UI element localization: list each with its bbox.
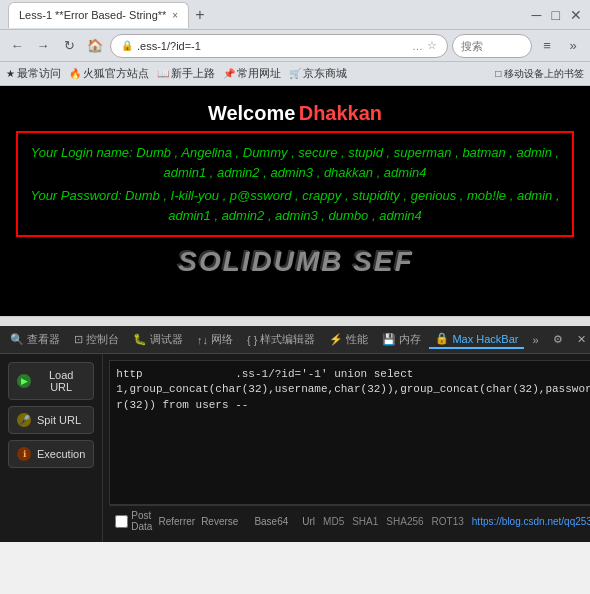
memory-label: 内存: [399, 332, 421, 347]
pin-icon: 📌: [223, 68, 235, 79]
reverse-label: Reverse: [201, 516, 238, 527]
devtools-network[interactable]: ↑↓ 网络: [191, 330, 239, 349]
url-label: Url: [302, 516, 315, 527]
close-button[interactable]: ✕: [570, 7, 582, 23]
bookmark-newbie[interactable]: 📖 新手上路: [157, 66, 215, 81]
load-url-label: Load URL: [37, 369, 85, 393]
network-label: 网络: [211, 332, 233, 347]
browser-content: Welcome Dhakkan Your Login name: Dumb , …: [0, 86, 590, 316]
post-data-input[interactable]: [115, 515, 128, 528]
sha1-label: SHA1: [352, 516, 378, 527]
rot13-label: ROT13: [432, 516, 464, 527]
refresh-button[interactable]: ↻: [58, 35, 80, 57]
welcome-name: Dhakkan: [299, 102, 382, 124]
spit-url-label: Spit URL: [37, 414, 81, 426]
load-url-icon: ▶: [17, 374, 31, 388]
devtools-bar: 🔍 查看器 ⊡ 控制台 🐛 调试器 ↑↓ 网络 { } 样式编辑器 ⚡ 性能 💾…: [0, 326, 590, 354]
active-tab[interactable]: Less-1 **Error Based- String** ×: [8, 2, 189, 28]
footer-left: Post Data Referrer Reverse Base64 Url: [115, 510, 315, 532]
devtools-more[interactable]: »: [526, 332, 544, 348]
hackbar-label: Max HackBar: [452, 333, 518, 345]
execution-icon: ℹ: [17, 447, 31, 461]
perf-icon: ⚡: [329, 333, 343, 346]
footer-options: MD5 SHA1 SHA256 ROT13: [323, 516, 464, 527]
sql-input[interactable]: [109, 360, 590, 505]
devtools-inspector[interactable]: 🔍 查看器: [4, 330, 66, 349]
referrer-label: Referrer: [158, 516, 195, 527]
devtools-style-editor[interactable]: { } 样式编辑器: [241, 330, 321, 349]
title-bar: Less-1 **Error Based- String** × + ─ □ ✕: [0, 0, 590, 30]
devtools-console[interactable]: ⊡ 控制台: [68, 330, 125, 349]
spit-url-button[interactable]: 🎤 Spit URL: [8, 406, 94, 434]
bookmark-label: 京东商城: [303, 66, 347, 81]
bookmark-label: 火狐官方站点: [83, 66, 149, 81]
style-icon: { }: [247, 334, 257, 346]
page-content: Welcome Dhakkan Your Login name: Dumb , …: [0, 86, 590, 293]
bookmark-star-icon[interactable]: ☆: [427, 39, 437, 52]
memory-icon: 💾: [382, 333, 396, 346]
search-input[interactable]: [452, 34, 532, 58]
bookmark-jd[interactable]: 🛒 京东商城: [289, 66, 347, 81]
minimize-button[interactable]: ─: [532, 7, 542, 23]
maximize-button[interactable]: □: [552, 7, 560, 23]
inspector-icon: 🔍: [10, 333, 24, 346]
style-label: 样式编辑器: [260, 332, 315, 347]
tab-close-button[interactable]: ×: [172, 10, 178, 21]
browser-toolbar: ← → ↻ 🏠 🔒 .ess-1/?id=-1 … ☆ ≡ »: [0, 30, 590, 62]
address-bar[interactable]: 🔒 .ess-1/?id=-1 … ☆: [110, 34, 448, 58]
execution-button[interactable]: ℹ Execution: [8, 440, 94, 468]
load-url-button[interactable]: ▶ Load URL: [8, 362, 94, 400]
more-button[interactable]: »: [562, 35, 584, 57]
devtools-performance[interactable]: ⚡ 性能: [323, 330, 374, 349]
cart-icon: 🛒: [289, 68, 301, 79]
bookmark-frequent[interactable]: ★ 最常访问: [6, 66, 61, 81]
address-text: .ess-1/?id=-1: [137, 40, 408, 52]
watermark-url: https://blog.csdn.net/qq2539879928: [472, 516, 590, 527]
home-button[interactable]: 🏠: [84, 35, 106, 57]
mobile-bookmarks: □ 移动设备上的书签: [495, 67, 584, 81]
back-button[interactable]: ←: [6, 35, 28, 57]
spit-url-icon: 🎤: [17, 413, 31, 427]
md5-label: MD5: [323, 516, 344, 527]
console-label: 控制台: [86, 332, 119, 347]
lock-icon: 🔒: [435, 332, 449, 345]
inspector-label: 查看器: [27, 332, 60, 347]
star-icon: ★: [6, 68, 15, 79]
new-tab-button[interactable]: +: [191, 6, 208, 24]
devtools-settings[interactable]: ⚙: [547, 331, 569, 348]
devtools-close[interactable]: ✕: [571, 331, 590, 348]
debugger-label: 调试器: [150, 332, 183, 347]
base64-label: Base64: [254, 516, 288, 527]
hack-panel: ▶ Load URL 🎤 Spit URL ℹ Execution Post D…: [0, 354, 590, 542]
forward-button[interactable]: →: [32, 35, 54, 57]
banner: SOLIDUMB SEF: [16, 245, 574, 277]
welcome-line: Welcome Dhakkan: [16, 102, 574, 125]
bookmark-label: 新手上路: [171, 66, 215, 81]
bookmark-firefox[interactable]: 🔥 火狐官方站点: [69, 66, 149, 81]
devtools-memory[interactable]: 💾 内存: [376, 330, 427, 349]
network-icon: ↑↓: [197, 334, 208, 346]
tab-label: Less-1 **Error Based- String**: [19, 9, 166, 21]
hack-footer: Post Data Referrer Reverse Base64 Url MD…: [109, 505, 590, 536]
devtools-debugger[interactable]: 🐛 调试器: [127, 330, 189, 349]
post-data-label: Post Data: [131, 510, 152, 532]
hackbar-button[interactable]: 🔒 Max HackBar: [429, 330, 524, 349]
password-info: Your Password: Dumb , I-kill-you , p@ssw…: [28, 186, 562, 225]
execution-label: Execution: [37, 448, 85, 460]
book-icon: 📖: [157, 68, 169, 79]
devtools-right: 🔒 Max HackBar » ⚙ ✕: [429, 330, 590, 349]
fire-icon: 🔥: [69, 68, 81, 79]
address-options: …: [412, 40, 423, 52]
welcome-label: Welcome: [208, 102, 295, 124]
login-info: Your Login name: Dumb , Angelina , Dummy…: [28, 143, 562, 182]
bookmark-label: 常用网址: [237, 66, 281, 81]
bookmarks-bar: ★ 最常访问 🔥 火狐官方站点 📖 新手上路 📌 常用网址 🛒 京东商城 □ 移…: [0, 62, 590, 86]
lock-icon: 🔒: [121, 40, 133, 51]
bookmark-common[interactable]: 📌 常用网址: [223, 66, 281, 81]
post-data-checkbox[interactable]: Post Data: [115, 510, 152, 532]
horizontal-scrollbar[interactable]: [0, 316, 590, 326]
tab-bar: Less-1 **Error Based- String** × +: [8, 2, 526, 28]
sha256-label: SHA256: [386, 516, 423, 527]
menu-button[interactable]: ≡: [536, 35, 558, 57]
perf-label: 性能: [346, 332, 368, 347]
